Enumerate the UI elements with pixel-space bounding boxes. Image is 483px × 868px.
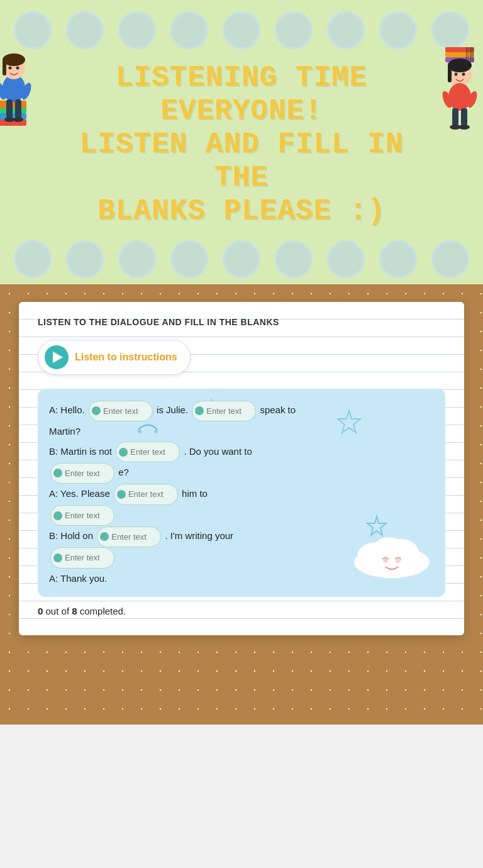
score-line: 0 out of 8 completed. [38, 606, 445, 616]
input-dot [117, 490, 126, 499]
line-b1-mid: . Do you want to [184, 446, 252, 457]
input-dot [53, 554, 62, 562]
input-placeholder-7: Enter text [111, 528, 155, 545]
worksheet-card: LISTEN TO THE DIALOGUE AND FILL IN THE B… [19, 302, 464, 635]
svg-point-28 [448, 83, 471, 111]
blank-input-8[interactable]: Enter text [50, 547, 114, 568]
audio-label: Listen to instructions [75, 352, 177, 363]
brown-background: LISTEN TO THE DIALOGUE AND FILL IN THE B… [0, 284, 483, 725]
input-placeholder-5: Enter text [128, 486, 172, 503]
blank-input-2[interactable]: Enter text [192, 401, 256, 421]
svg-rect-13 [15, 99, 21, 118]
line-b2-prefix: B: Hold on [49, 530, 93, 541]
input-dot [53, 511, 62, 520]
score-out-of: out of [46, 606, 72, 616]
input-placeholder-6: Enter text [65, 507, 109, 524]
line-a2-prefix: A: Yes. Please [49, 488, 110, 499]
svg-rect-21 [470, 47, 472, 62]
input-dot [100, 532, 109, 541]
svg-rect-12 [6, 99, 13, 118]
character-left [0, 38, 45, 157]
svg-point-26 [455, 73, 458, 76]
svg-point-8 [9, 67, 12, 70]
score-current: 0 [38, 606, 43, 616]
play-icon [53, 352, 63, 363]
svg-point-15 [13, 117, 23, 122]
worksheet-title: LISTEN TO THE DIALOGUE AND FILL IN THE B… [38, 317, 445, 327]
line-a1-martin: Martin? [49, 426, 80, 437]
input-placeholder-4: Enter text [65, 465, 109, 482]
svg-point-34 [458, 125, 470, 130]
line-a3: A: Thank you. [49, 573, 107, 584]
input-dot [119, 448, 128, 457]
bubble [66, 240, 104, 278]
line-b1-end: e? [118, 467, 129, 477]
score-total: 8 [72, 606, 77, 616]
bubble [379, 11, 417, 49]
input-dot [53, 469, 62, 477]
svg-rect-22 [472, 47, 474, 62]
line-a1-end: speak to [260, 404, 296, 415]
bubble-strip-bottom [6, 240, 477, 278]
bubble [66, 11, 104, 49]
bubble [327, 240, 365, 278]
bubble [275, 240, 313, 278]
input-dot [92, 406, 101, 415]
svg-rect-7 [3, 60, 6, 75]
bubble [275, 11, 313, 49]
svg-point-27 [462, 73, 465, 76]
blank-input-4[interactable]: Enter text [50, 463, 114, 484]
line-a2-mid: him to [182, 488, 208, 499]
blank-input-5[interactable]: Enter text [114, 484, 178, 504]
line-a1-mid: is Julie. [157, 404, 188, 415]
bubble [327, 11, 365, 49]
input-placeholder-1: Enter text [103, 403, 147, 420]
bubble-strip-top [6, 11, 477, 49]
lined-paper: LISTEN TO THE DIALOGUE AND FILL IN THE B… [19, 302, 464, 635]
blank-input-7[interactable]: Enter text [97, 526, 161, 547]
blank-input-3[interactable]: Enter text [116, 442, 180, 462]
bubble [223, 11, 260, 49]
bottom-area [0, 725, 483, 868]
bubble [379, 240, 417, 278]
svg-point-14 [4, 117, 14, 122]
bubble [431, 240, 469, 278]
play-circle [45, 345, 69, 369]
dialogue-content: A: Hello. Enter text is Julie. Enter tex… [49, 400, 434, 588]
bubble [170, 11, 208, 49]
bubble [170, 240, 208, 278]
blank-input-6[interactable]: Enter text [50, 505, 114, 526]
score-label: completed. [80, 606, 126, 616]
input-placeholder-2: Enter text [206, 403, 250, 420]
bubble [223, 240, 260, 278]
bubble [118, 11, 156, 49]
line-b2-mid: . I'm writing your [165, 530, 233, 541]
input-placeholder-3: Enter text [130, 443, 174, 460]
svg-rect-32 [461, 108, 467, 126]
svg-rect-31 [452, 108, 458, 126]
bubble [118, 240, 156, 278]
dialogue-box: A: Hello. Enter text is Julie. Enter tex… [38, 389, 445, 597]
line-a1-prefix: A: Hello. [49, 404, 85, 415]
bubble [14, 240, 52, 278]
svg-point-9 [16, 67, 19, 70]
header: LISTENING TIME EVERYONE! LISTEN AND FILL… [0, 0, 483, 284]
input-placeholder-8: Enter text [65, 549, 109, 566]
svg-rect-20 [468, 47, 469, 62]
svg-rect-25 [448, 65, 452, 82]
line-b1-prefix: B: Martin is not [49, 446, 112, 457]
blank-input-1[interactable]: Enter text [89, 401, 153, 421]
character-right [431, 38, 483, 157]
audio-button[interactable]: Listen to instructions [38, 340, 191, 375]
input-dot [195, 406, 204, 415]
header-title: LISTENING TIME EVERYONE! LISTEN AND FILL… [6, 55, 477, 234]
